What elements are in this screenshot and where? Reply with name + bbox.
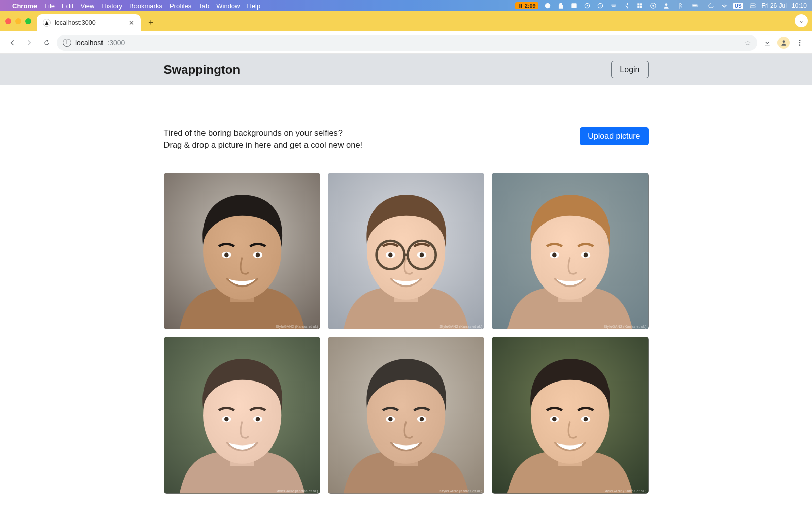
record-icon[interactable] xyxy=(649,2,657,10)
sample-face-image xyxy=(492,337,648,493)
image-watermark: StyleGAN2 (Karras et al.) xyxy=(276,325,318,328)
sample-face-image xyxy=(164,337,320,493)
sync-icon[interactable] xyxy=(707,2,715,10)
menubar-app-name[interactable]: Chrome xyxy=(12,2,37,10)
svg-rect-16 xyxy=(750,4,755,5)
menu-file[interactable]: File xyxy=(44,2,55,10)
hero-row: Tired of the boring backgrounds on your … xyxy=(164,127,649,151)
bookmark-star-icon[interactable]: ☆ xyxy=(745,39,751,47)
hero-text: Tired of the boring backgrounds on your … xyxy=(164,127,363,151)
svg-point-0 xyxy=(545,3,550,9)
nav-reload-button[interactable] xyxy=(40,36,54,50)
control-center-icon[interactable] xyxy=(749,2,757,10)
sample-image-card[interactable]: StyleGAN2 (Karras et al.) xyxy=(492,173,648,329)
image-watermark: StyleGAN2 (Karras et al.) xyxy=(439,489,482,493)
sample-image-card[interactable]: StyleGAN2 (Karras et al.) xyxy=(328,173,484,329)
window-close-icon[interactable] xyxy=(5,18,11,24)
svg-point-21 xyxy=(799,42,801,43)
sample-image-card[interactable]: StyleGAN2 (Karras et al.) xyxy=(492,337,648,493)
chrome-toolbar: i localhost:3000 ☆ xyxy=(0,31,812,54)
svg-rect-15 xyxy=(698,5,698,6)
menu-help[interactable]: Help xyxy=(247,2,261,10)
new-tab-button[interactable]: ＋ xyxy=(144,15,158,29)
menu-profiles[interactable]: Profiles xyxy=(170,2,191,10)
svg-point-36 xyxy=(420,252,424,257)
svg-point-67 xyxy=(584,417,588,422)
tab-favicon-icon xyxy=(43,19,51,27)
status-icon[interactable] xyxy=(583,2,591,10)
status-icon[interactable] xyxy=(610,2,618,10)
svg-point-53 xyxy=(255,417,260,422)
svg-point-58 xyxy=(388,417,393,422)
sample-grid[interactable]: StyleGAN2 (Karras et al.) xyxy=(164,173,649,494)
menubar-date[interactable]: Fri 26 Jul xyxy=(762,2,787,9)
nav-back-button[interactable] xyxy=(5,36,19,50)
app-header: Swappington Login xyxy=(0,54,812,85)
status-icon[interactable] xyxy=(544,2,552,10)
sample-image-card[interactable]: StyleGAN2 (Karras et al.) xyxy=(164,337,320,493)
svg-rect-9 xyxy=(640,6,642,8)
status-icon[interactable] xyxy=(570,2,578,10)
input-source[interactable]: US xyxy=(733,3,743,9)
menu-tab[interactable]: Tab xyxy=(198,2,209,10)
window-zoom-icon[interactable] xyxy=(25,18,31,24)
chrome-tabstrip: localhost:3000 ✕ ＋ ⌄ xyxy=(0,11,812,31)
svg-rect-14 xyxy=(692,5,696,7)
menubar-timer[interactable]: ⏸2:09 xyxy=(515,2,538,9)
tab-close-icon[interactable]: ✕ xyxy=(129,19,134,27)
page-viewport[interactable]: Swappington Login Tired of the boring ba… xyxy=(0,54,812,508)
sample-face-image xyxy=(492,173,648,329)
image-watermark: StyleGAN2 (Karras et al.) xyxy=(604,325,647,328)
menubar-time[interactable]: 10:10 xyxy=(792,2,807,9)
menu-bookmarks[interactable]: Bookmarks xyxy=(129,2,162,10)
menu-history[interactable]: History xyxy=(101,2,122,10)
main-container: Tired of the boring backgrounds on your … xyxy=(164,85,649,508)
sample-image-card[interactable]: StyleGAN2 (Karras et al.) xyxy=(328,337,484,493)
svg-point-46 xyxy=(584,252,588,257)
svg-point-65 xyxy=(552,417,557,422)
svg-point-27 xyxy=(224,252,229,257)
chrome-menu-button[interactable] xyxy=(793,36,807,50)
sample-image-card[interactable]: StyleGAN2 (Karras et al.) xyxy=(164,173,320,329)
svg-point-19 xyxy=(783,40,785,43)
address-bar[interactable]: i localhost:3000 ☆ xyxy=(57,35,757,51)
login-button[interactable]: Login xyxy=(611,61,648,78)
nav-forward-button[interactable] xyxy=(22,36,37,50)
status-icon[interactable]: i xyxy=(596,2,604,10)
svg-rect-6 xyxy=(637,3,639,5)
svg-point-20 xyxy=(799,40,801,41)
svg-point-29 xyxy=(255,252,260,257)
svg-point-44 xyxy=(552,252,557,257)
svg-point-11 xyxy=(652,5,654,7)
svg-rect-7 xyxy=(640,3,642,5)
hero-line-1: Tired of the boring backgrounds on your … xyxy=(164,127,363,139)
battery-icon[interactable] xyxy=(689,2,702,10)
window-minimize-icon[interactable] xyxy=(15,18,21,24)
sample-face-image xyxy=(328,173,484,329)
svg-rect-17 xyxy=(750,6,755,8)
profile-avatar-button[interactable] xyxy=(777,37,790,49)
status-icon[interactable] xyxy=(557,2,565,10)
downloads-button[interactable] xyxy=(760,36,774,50)
tab-title: localhost:3000 xyxy=(55,19,96,26)
site-info-icon[interactable]: i xyxy=(63,39,71,47)
menu-edit[interactable]: Edit xyxy=(62,2,73,10)
upload-picture-button[interactable]: Upload picture xyxy=(580,127,648,145)
user-icon[interactable] xyxy=(662,2,670,10)
tabs-overflow-button[interactable]: ⌄ xyxy=(795,14,808,27)
sample-face-image xyxy=(164,173,320,329)
brand-title: Swappington xyxy=(164,62,241,77)
browser-tab[interactable]: localhost:3000 ✕ xyxy=(37,14,141,31)
bluetooth-icon[interactable] xyxy=(675,2,684,10)
image-watermark: StyleGAN2 (Karras et al.) xyxy=(604,489,647,493)
svg-marker-18 xyxy=(45,21,49,25)
svg-point-60 xyxy=(420,417,424,422)
svg-point-3 xyxy=(587,5,588,6)
wifi-icon[interactable] xyxy=(720,2,728,10)
svg-rect-1 xyxy=(571,3,576,8)
menu-view[interactable]: View xyxy=(80,2,94,10)
status-icon[interactable] xyxy=(636,2,644,10)
image-watermark: StyleGAN2 (Karras et al.) xyxy=(276,489,318,493)
status-icon[interactable] xyxy=(623,2,631,10)
menu-window[interactable]: Window xyxy=(216,2,240,10)
